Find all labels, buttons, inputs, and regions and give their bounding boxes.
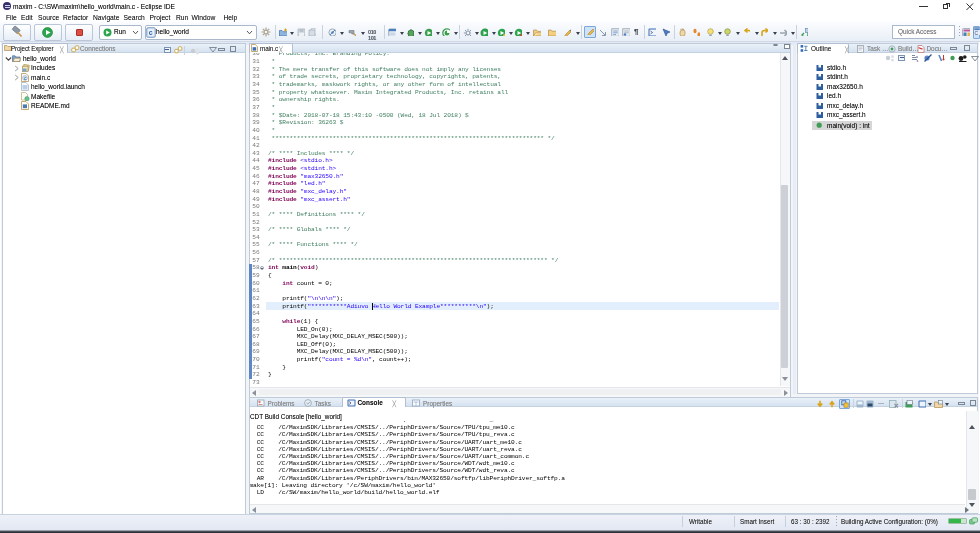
svg-text:c: c — [148, 29, 152, 36]
svg-text:z: z — [917, 58, 919, 63]
svg-text:C: C — [975, 30, 979, 36]
